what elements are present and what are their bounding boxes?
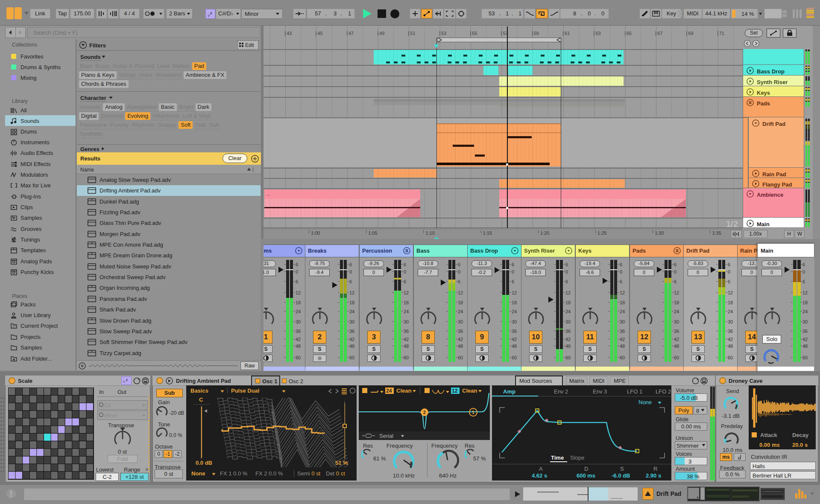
- svg-text:1: 1: [472, 410, 474, 415]
- svg-text:12: 12: [452, 388, 458, 394]
- svg-text:24: 24: [386, 388, 392, 394]
- svg-text:♭: ♭: [208, 12, 210, 17]
- svg-text:Clean: Clean: [396, 387, 411, 394]
- svg-text:Clean: Clean: [462, 387, 477, 394]
- svg-text:♯: ♯: [126, 378, 128, 382]
- svg-text:♯: ♯: [210, 11, 212, 15]
- svg-text:♭: ♭: [123, 379, 125, 384]
- svg-text:2: 2: [423, 410, 426, 415]
